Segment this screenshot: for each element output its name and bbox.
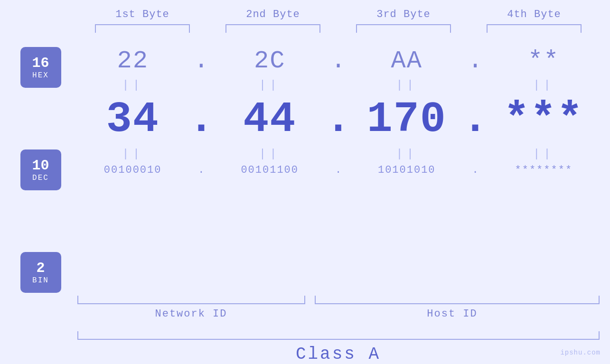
hex-badge: 16 HEX	[20, 47, 61, 88]
rows-column: 22 . 2C . AA . **	[77, 47, 600, 176]
host-bracket	[315, 296, 600, 304]
dec-val-4: ***	[504, 95, 583, 144]
hex-cell-2: 2C	[217, 47, 322, 75]
bin-val-1: 00100010	[104, 164, 162, 176]
hex-val-2: 2C	[254, 47, 285, 75]
label-column: 16 HEX 10 DEC 2 BIN	[11, 47, 77, 293]
eq1-3: ||	[355, 79, 459, 92]
class-bracket	[77, 331, 600, 340]
dec-val-2: 44	[243, 95, 296, 144]
dec-badge: 10 DEC	[20, 149, 61, 190]
bin-cell-3: 10101010	[355, 164, 459, 176]
hex-val-1: 22	[117, 47, 148, 75]
dec-dot-3: .	[466, 95, 485, 144]
hex-val-4: **	[528, 47, 559, 75]
bin-cell-2: 00101100	[217, 164, 322, 176]
eq2-1: ||	[81, 148, 185, 160]
hex-dot-2: .	[328, 47, 347, 75]
dec-cell-3: 170	[355, 95, 459, 144]
eq1-1: ||	[81, 79, 185, 92]
bin-val-3: 10101010	[378, 164, 436, 176]
dec-row: 34 . 44 . 170 . ***	[77, 95, 600, 144]
bin-dot-1: .	[192, 164, 211, 176]
dec-cell-1: 34	[81, 95, 185, 144]
bottom-section: Network ID Host ID	[77, 296, 600, 320]
network-bracket	[77, 296, 305, 304]
dec-badge-text: DEC	[32, 174, 49, 182]
bracket-top-1	[95, 24, 190, 33]
dec-dot-2: .	[328, 95, 347, 144]
eq2-2: ||	[217, 148, 322, 160]
dec-val-1: 34	[106, 95, 160, 144]
main-container: 1st Byte 2nd Byte 3rd Byte 4th Byte 16 H…	[0, 0, 610, 364]
bin-val-4: ********	[515, 164, 573, 176]
network-id-label: Network ID	[77, 308, 305, 320]
bracket-top-2	[225, 24, 320, 33]
bin-val-2: 00101100	[241, 164, 299, 176]
hex-val-3: AA	[391, 47, 422, 75]
bin-badge: 2 BIN	[20, 252, 61, 293]
bin-cell-4: ********	[491, 164, 596, 176]
class-a-label: Class A	[296, 345, 381, 364]
hex-cell-3: AA	[355, 47, 459, 75]
bin-badge-text: BIN	[32, 276, 49, 285]
bin-badge-number: 2	[36, 261, 45, 276]
hex-dot-3: .	[466, 47, 485, 75]
bin-dot-3: .	[466, 164, 485, 176]
class-label-row: Class A	[77, 345, 600, 364]
id-labels-row: Network ID Host ID	[77, 308, 600, 320]
eq1-2: ||	[217, 79, 322, 92]
bin-row: 00100010 . 00101100 . 10101010 .	[77, 164, 600, 176]
byte1-header: 1st Byte	[90, 9, 195, 20]
bin-dot-2: .	[328, 164, 347, 176]
dec-cell-2: 44	[217, 95, 322, 144]
dec-dot-1: .	[192, 95, 211, 144]
bracket-top-3	[356, 24, 451, 33]
bracket-top-4	[487, 24, 582, 33]
host-id-label: Host ID	[305, 308, 600, 320]
byte3-header: 3rd Byte	[351, 9, 456, 20]
eq1-4: ||	[491, 79, 596, 92]
watermark: ipshu.com	[560, 349, 601, 356]
hex-cell-4: **	[491, 47, 596, 75]
equals-row-2: || || || ||	[77, 144, 600, 164]
bin-cell-1: 00100010	[81, 164, 185, 176]
byte2-header: 2nd Byte	[221, 9, 325, 20]
byte4-header: 4th Byte	[482, 9, 586, 20]
hex-row: 22 . 2C . AA . **	[77, 47, 600, 75]
eq2-4: ||	[491, 148, 596, 160]
eq2-3: ||	[355, 148, 459, 160]
dec-badge-number: 10	[32, 158, 49, 174]
hex-dot-1: .	[192, 47, 211, 75]
bottom-brackets-row	[77, 296, 600, 304]
class-bracket-row: Class A	[77, 331, 600, 364]
dec-val-3: 170	[367, 95, 447, 144]
hex-badge-text: HEX	[32, 71, 49, 80]
hex-cell-1: 22	[81, 47, 185, 75]
content-area: 16 HEX 10 DEC 2 BIN 22 .	[11, 47, 600, 293]
hex-badge-number: 16	[32, 56, 49, 71]
byte-headers: 1st Byte 2nd Byte 3rd Byte 4th Byte	[77, 9, 600, 20]
equals-row-1: || || || ||	[77, 75, 600, 95]
dec-cell-4: ***	[491, 95, 596, 144]
top-brackets	[77, 24, 600, 33]
